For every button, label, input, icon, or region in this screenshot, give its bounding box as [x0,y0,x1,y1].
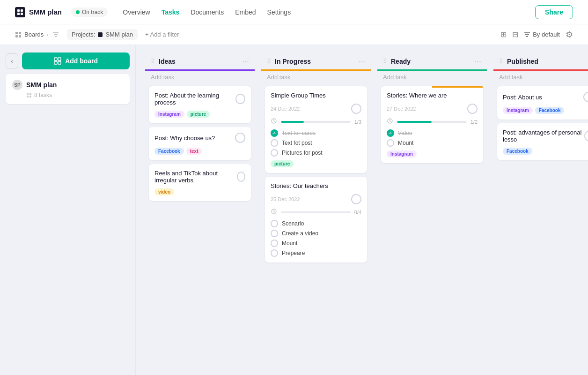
status-badge: On track [71,8,108,17]
card[interactable]: Stories: Where we are 27 Dec 2022 1/2 [381,86,483,163]
checklist-item[interactable]: Text fot post [271,139,361,147]
card-tag: video [154,188,174,195]
project-filter: Projects: SMM plan [67,29,138,40]
card-tags: Instagrampicture [154,111,245,118]
board-item[interactable]: SP SMM plan 8 tasks [6,74,130,104]
checklist-item[interactable]: Text for cards [271,129,361,137]
svg-rect-4 [15,32,18,34]
card[interactable]: Stories: Our teachers 25 Dec 2022 0/4 [265,177,367,262]
card[interactable]: Post: About usPost: About usInstagramFac… [497,86,588,120]
nav-tasks[interactable]: Tasks [162,8,180,16]
sort-button[interactable]: By default [524,31,560,38]
add-board-button[interactable]: Add board [22,52,130,69]
toolbar: Boards › Projects: SMM plan + Add a filt… [0,24,588,45]
list-view-icon[interactable]: ⊟ [512,30,518,39]
add-task-button[interactable]: Add task [377,71,487,84]
nav-overview[interactable]: Overview [123,8,150,16]
card-circle[interactable] [351,194,361,204]
column-published: ⠿ Published ··· Add taskPost: About usPo… [493,52,588,164]
checklist-item[interactable]: Mount [271,240,361,247]
settings-icon[interactable]: ⚙ [566,30,573,40]
card-tags: Instagram [387,150,478,158]
card[interactable]: Post: advantages of personal lessoPost: … [497,123,588,160]
nav-settings[interactable]: Settings [267,8,291,16]
card-tag: Facebook [154,148,184,155]
svg-rect-15 [58,58,61,60]
check-circle [271,149,278,157]
checklist-text: Text fot post [282,140,312,146]
checklist-item[interactable]: Create a video [271,230,361,237]
checklist-text: Create a video [282,230,318,237]
card-tag: Instagram [387,150,417,158]
progress-fill [281,121,304,123]
card-date: 27 Dec 2022 [387,106,416,112]
card-circle[interactable] [235,94,245,104]
card[interactable]: Simple Group Times 24 Dec 2022 1/3 [265,86,367,173]
column-title: Ready [391,58,470,65]
card-tags: video [154,188,245,195]
status-text: On track [82,9,103,15]
column-more-button[interactable]: ··· [474,57,481,66]
card-tag: Facebook [535,107,565,114]
project-name: SMM plan [105,31,133,38]
boards-area: ⠿ Ideas ··· Add taskPost: About the lear… [136,45,588,375]
checklist-item[interactable]: Prepeare [271,249,361,257]
check-circle [271,240,278,247]
card[interactable]: Reels and TikTok about irregular verbsRe… [149,164,251,201]
add-task-button[interactable]: Add task [261,71,371,84]
projects-label: Projects: [72,31,96,38]
card-progress-row: 0/4 [271,208,361,216]
card-circle[interactable] [235,133,245,143]
check-circle [271,249,278,257]
nav-embed[interactable]: Embed [235,8,256,16]
column-title: Ideas [159,58,238,65]
boards-label[interactable]: Boards [24,31,44,38]
status-dot [76,10,80,14]
board-name: SMM plan [26,81,57,89]
card-circle[interactable] [351,104,361,114]
column-more-button[interactable]: ··· [358,57,365,66]
nav-documents[interactable]: Documents [191,8,224,16]
card-title: Stories: Where we are [387,92,478,99]
drag-handle: ⠿ [151,58,155,65]
check-circle [387,139,394,147]
card-circle[interactable] [467,104,478,114]
card[interactable]: Post: Why choose us?Post: Why choose us?… [149,127,251,160]
card-circle[interactable] [237,172,245,182]
share-button[interactable]: Share [535,5,573,19]
column-header-ideas: ⠿ Ideas ··· [145,52,255,71]
card-tags: InstagramFacebook [503,107,588,114]
progress-icon [387,118,393,126]
column-cards: Simple Group Times 24 Dec 2022 1/3 [261,84,371,266]
toolbar-right: ⊞ ⊟ By default ⚙ [500,30,573,40]
card-circle[interactable] [584,131,588,141]
breadcrumb-chevron: › [46,32,48,38]
add-task-button[interactable]: Add task [493,71,588,84]
column-more-button[interactable]: ··· [242,57,249,66]
card[interactable]: Post: About the learning processPost: Ab… [149,86,251,123]
grid-view-icon[interactable]: ⊞ [500,30,507,39]
card-title: Post: About us [503,94,542,101]
card-title: Reels and TikTok about irregular verbs [154,170,237,184]
drag-handle: ⠿ [267,58,271,65]
board-item-header: SP SMM plan [12,80,123,90]
card-tag: picture [271,160,294,167]
card-progress-row: 1/2 [387,118,478,126]
checklist-item[interactable]: Pictures for post [271,149,361,157]
project-dot [98,32,103,37]
filter-divider [52,31,59,38]
checklist: Video Mount [387,129,478,147]
progress-count: 1/3 [354,119,361,125]
tasks-icon [26,92,32,98]
checklist-item[interactable]: Video [387,129,478,137]
add-task-button[interactable]: Add task [145,71,255,84]
checklist-item[interactable]: Scenario [271,220,361,227]
add-filter-button[interactable]: + Add a filter [141,29,183,40]
svg-rect-20 [27,96,29,98]
card-circle[interactable] [583,92,588,102]
topbar: SMM plan On track Overview Tasks Documen… [0,0,588,24]
progress-bar [281,211,351,213]
checklist-item[interactable]: Mount [387,139,478,147]
collapse-button[interactable]: ‹ [6,53,18,68]
brand: SMM plan [15,7,62,17]
